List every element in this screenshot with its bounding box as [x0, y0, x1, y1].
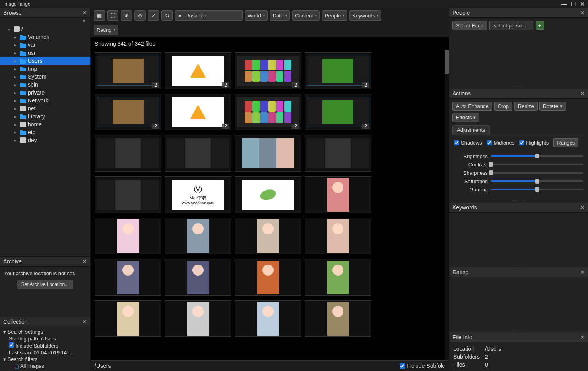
thumbnail[interactable]: [165, 300, 231, 337]
grid-view-button[interactable]: ▦: [94, 10, 105, 21]
thumbnail[interactable]: [95, 135, 161, 172]
tree-folder-var[interactable]: ▸ var: [0, 41, 90, 49]
footer-include-checkbox[interactable]: [400, 363, 405, 369]
thumbnail[interactable]: [235, 300, 301, 337]
content-filter-dropdown[interactable]: Content▾: [292, 10, 320, 21]
date-filter-dropdown[interactable]: Date▾: [270, 10, 290, 21]
sharpness-slider[interactable]: [491, 172, 583, 174]
thumbnail[interactable]: [305, 176, 371, 213]
all-images-row[interactable]: ▢ All images: [3, 363, 87, 369]
thumbnail[interactable]: [235, 135, 301, 172]
tree-folder-tmp[interactable]: ▸ tmp: [0, 65, 90, 73]
thumbnail[interactable]: 2: [165, 94, 231, 130]
refresh-button[interactable]: ↻: [161, 10, 173, 21]
thumbnail[interactable]: [305, 218, 371, 254]
tree-folder-system[interactable]: ▸ System: [0, 73, 90, 81]
auto-enhance-button[interactable]: Auto Enhance: [452, 102, 492, 111]
world-filter-dropdown[interactable]: World▾: [245, 10, 268, 21]
minimize-button[interactable]: —: [561, 1, 567, 7]
shadows-check[interactable]: Shadows: [454, 140, 482, 146]
thumbnail[interactable]: 2: [305, 94, 371, 130]
ranges-button[interactable]: Ranges: [553, 138, 578, 147]
contrast-slider[interactable]: [491, 164, 583, 165]
tree-folder-dev[interactable]: ▸ dev: [0, 136, 90, 144]
people-filter-dropdown[interactable]: People▾: [322, 10, 347, 21]
saturation-slider[interactable]: [491, 180, 583, 182]
drag-handle[interactable]: ·······: [449, 328, 588, 332]
close-button[interactable]: ✕: [580, 1, 585, 7]
thumbnail[interactable]: [95, 300, 161, 337]
include-subfolders-row[interactable]: Include Subfolders: [3, 342, 87, 349]
midtones-check[interactable]: Midtones: [487, 140, 514, 146]
effects-button[interactable]: Effects ▾: [452, 113, 479, 122]
thumbnail[interactable]: ⓂMac下载www.Macdown.com: [165, 176, 231, 213]
expand-button[interactable]: ⛶: [107, 10, 118, 21]
browse-dropdown-handle[interactable]: ▾: [0, 18, 90, 23]
browse-close-icon[interactable]: ✕: [82, 10, 87, 16]
thumbnail[interactable]: [165, 135, 231, 172]
thumbnail[interactable]: 2: [95, 94, 161, 130]
sort-dropdown[interactable]: ≡ Unsorted: [175, 10, 243, 21]
thumbnail[interactable]: [95, 176, 161, 213]
thumbnail[interactable]: [95, 259, 161, 296]
thumbnail[interactable]: [305, 135, 371, 172]
tree-folder-library[interactable]: ▸ Library: [0, 112, 90, 120]
tree-folder-users[interactable]: ▸ Users: [0, 57, 90, 65]
thumbnail[interactable]: [165, 218, 231, 254]
zoom-out-button[interactable]: ⊖: [134, 10, 146, 21]
rating-dropdown[interactable]: Rating▾: [94, 25, 118, 35]
thumbnail[interactable]: 2: [305, 52, 371, 89]
thumbnail[interactable]: 2: [165, 52, 231, 89]
thumbnail[interactable]: [235, 259, 301, 296]
scrollbar-thumb[interactable]: [445, 50, 449, 74]
rating-close-icon[interactable]: ✕: [580, 269, 585, 275]
tree-folder-usr[interactable]: ▸ usr: [0, 49, 90, 57]
tree-folder-net[interactable]: ▸ net: [0, 104, 90, 112]
thumbnail[interactable]: [95, 218, 161, 254]
drag-handle[interactable]: ·······: [449, 85, 588, 89]
keywords-close-icon[interactable]: ✕: [580, 204, 585, 211]
thumbnail[interactable]: 2: [235, 52, 301, 89]
thumbnail[interactable]: 2: [235, 94, 301, 130]
actions-close-icon[interactable]: ✕: [580, 90, 585, 97]
rotate-button[interactable]: Rotate ▾: [539, 102, 566, 111]
vertical-scrollbar[interactable]: [445, 50, 449, 360]
adjustments-tab[interactable]: Adjustments: [452, 125, 490, 135]
crop-button[interactable]: Crop: [494, 102, 512, 111]
collection-close-icon[interactable]: ✕: [82, 319, 87, 325]
highlights-check[interactable]: Highlights: [519, 140, 549, 146]
thumbnail[interactable]: [235, 176, 301, 213]
check-button[interactable]: ✓: [148, 10, 159, 21]
set-archive-button[interactable]: Set Archive Location...: [17, 280, 73, 289]
thumbnail[interactable]: [305, 259, 371, 296]
tree-folder-etc[interactable]: ▸ etc: [0, 128, 90, 136]
tree-folder-private[interactable]: ▸ private: [0, 89, 90, 97]
tree-folder-network[interactable]: ▸ Network: [0, 97, 90, 104]
maximize-button[interactable]: ☐: [571, 1, 576, 7]
fileinfo-close-icon[interactable]: ✕: [580, 334, 585, 340]
gamma-slider[interactable]: [491, 189, 583, 190]
select-person-dropdown[interactable]: -select person-: [489, 21, 533, 30]
tree-folder-volumes[interactable]: ▸ Volumes: [0, 33, 90, 41]
tree-root[interactable]: ▾ /: [0, 25, 90, 33]
drag-handle[interactable]: ·······: [449, 263, 588, 267]
people-close-icon[interactable]: ✕: [580, 10, 585, 16]
footer-include-subfolders[interactable]: Include Subfolc: [400, 363, 445, 369]
search-settings-row[interactable]: ▾ Search settings: [3, 328, 87, 335]
keywords-filter-dropdown[interactable]: Keywords▾: [349, 10, 381, 21]
archive-close-icon[interactable]: ✕: [82, 258, 87, 265]
include-subfolders-checkbox[interactable]: [9, 342, 14, 348]
tree-folder-home[interactable]: ▸ home: [0, 120, 90, 128]
tree-folder-sbin[interactable]: ▸ sbin: [0, 81, 90, 89]
thumbnail[interactable]: [165, 259, 231, 296]
thumbnail[interactable]: [305, 300, 371, 337]
thumbnail[interactable]: 2: [95, 52, 161, 89]
select-face-button[interactable]: Select Face: [452, 21, 487, 30]
search-filters-row[interactable]: ▾ Search filters: [3, 356, 87, 363]
add-person-button[interactable]: +: [536, 21, 544, 30]
drag-handle[interactable]: ·······: [449, 199, 588, 203]
zoom-in-button[interactable]: ⊕: [121, 10, 132, 21]
thumbnail[interactable]: [235, 218, 301, 254]
brightness-slider[interactable]: [491, 155, 583, 157]
resize-button[interactable]: Resize: [514, 102, 538, 111]
